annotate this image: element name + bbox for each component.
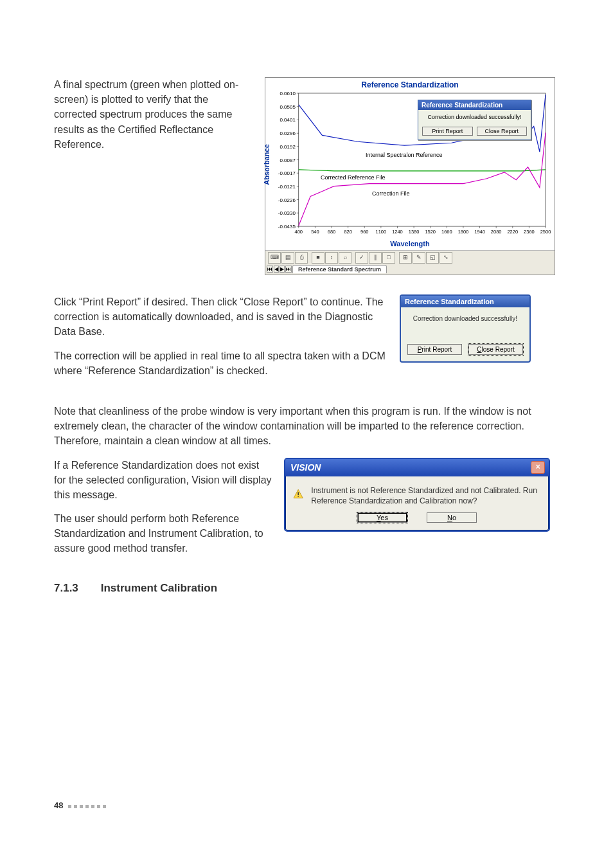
close-report-button[interactable]: Close Report: [468, 344, 523, 355]
dialog-title: Reference Standardization: [418, 100, 531, 110]
svg-text:680: 680: [328, 229, 335, 235]
toolbar-button[interactable]: ⊞: [399, 252, 412, 264]
svg-rect-57: [298, 496, 299, 497]
dialog-message: Correction downloaded successfully!: [401, 307, 529, 344]
page-footer: 48: [54, 800, 109, 810]
toolbar-button[interactable]: ◱: [426, 252, 439, 264]
section-title: Instrument Calibration: [101, 582, 217, 594]
svg-text:820: 820: [344, 229, 351, 235]
close-icon[interactable]: ×: [531, 461, 545, 474]
svg-text:-0.0330: -0.0330: [278, 210, 296, 216]
svg-text:1800: 1800: [458, 229, 469, 235]
toolbar-button[interactable]: □: [382, 252, 395, 264]
toolbar-button[interactable]: ▤: [281, 252, 294, 264]
svg-text:0.0401: 0.0401: [280, 117, 296, 123]
chart-overlay-dialog: Reference Standardization Correction dow…: [418, 100, 531, 140]
svg-text:1520: 1520: [425, 229, 436, 235]
reference-standardization-chart: Reference Standardization Absorbance 0.0…: [265, 77, 555, 275]
chart-title: Reference Standardization: [265, 78, 555, 91]
dialog-title: VISION: [290, 462, 321, 473]
decorative-dots: [68, 800, 109, 810]
svg-text:0.0192: 0.0192: [280, 144, 296, 150]
no-button[interactable]: No: [427, 512, 477, 523]
chart-xlabel: Wavelength: [265, 239, 555, 250]
svg-text:1940: 1940: [474, 229, 485, 235]
print-report-button[interactable]: Print Report: [422, 127, 473, 136]
page-number: 48: [54, 800, 63, 810]
svg-text:400: 400: [295, 229, 303, 235]
svg-text:0.0505: 0.0505: [280, 104, 296, 110]
svg-text:1380: 1380: [409, 229, 420, 235]
dialog-message: Instrument is not Reference Standardized…: [311, 485, 541, 506]
paragraph: Note that cleanliness of the probe windo…: [54, 404, 562, 449]
paragraph: A final spectrum (green when plotted on-…: [54, 77, 253, 152]
svg-text:-0.0435: -0.0435: [278, 224, 296, 230]
chart-annot-internal: Internal Spectralon Reference: [366, 152, 443, 158]
svg-text:-0.0226: -0.0226: [278, 197, 296, 203]
toolbar-button[interactable]: ✎: [413, 252, 425, 264]
toolbar-button[interactable]: ⌨: [268, 252, 281, 264]
paragraph: Click “Print Report” if desired. Then cl…: [54, 294, 388, 339]
toolbar-button[interactable]: ⌕: [339, 252, 351, 264]
toolbar-button[interactable]: ⎙: [295, 252, 308, 264]
svg-text:-0.0017: -0.0017: [278, 170, 296, 176]
tab-nav-button[interactable]: ⏮: [267, 266, 273, 273]
svg-text:2220: 2220: [507, 229, 518, 235]
svg-text:1100: 1100: [376, 229, 387, 235]
svg-text:2500: 2500: [540, 229, 551, 235]
section-number: 7.1.3: [54, 582, 98, 595]
close-report-button[interactable]: Close Report: [477, 127, 528, 136]
svg-text:2360: 2360: [524, 229, 535, 235]
svg-text:1660: 1660: [441, 229, 452, 235]
toolbar-button[interactable]: ‖: [369, 252, 382, 264]
chart-tab[interactable]: Reference Standard Spectrum: [292, 265, 387, 273]
yes-button[interactable]: Yes: [357, 512, 407, 523]
chart-annot-correction: Correction File: [372, 190, 410, 197]
tab-nav-button[interactable]: ⏭: [285, 266, 292, 273]
svg-text:2080: 2080: [491, 229, 502, 235]
chart-toolbar: ⌨▤⎙■↕⌕✓‖□⊞✎◱⤡: [265, 250, 555, 265]
svg-text:960: 960: [360, 229, 368, 235]
dialog-title: Reference Standardization: [401, 296, 529, 307]
svg-text:0.0087: 0.0087: [280, 158, 296, 163]
tab-nav-button[interactable]: ▶: [280, 266, 285, 273]
dialog-message: Correction downloaded successfully!: [418, 110, 531, 127]
svg-text:1240: 1240: [392, 229, 403, 235]
svg-text:0.0610: 0.0610: [280, 91, 296, 96]
chart-annot-corrected: Corrected Reference File: [321, 174, 386, 181]
toolbar-button[interactable]: ✓: [355, 252, 368, 264]
svg-text:540: 540: [311, 229, 319, 235]
section-heading: 7.1.3 Instrument Calibration: [54, 582, 562, 595]
paragraph: The correction will be applied in real t…: [54, 348, 388, 378]
svg-text:0.0296: 0.0296: [280, 131, 296, 136]
svg-rect-56: [298, 492, 299, 495]
toolbar-button[interactable]: ↕: [325, 252, 338, 264]
svg-text:-0.0121: -0.0121: [278, 184, 296, 190]
chart-tab-bar: ⏮◀▶⏭ Reference Standard Spectrum: [265, 265, 555, 275]
vision-warning-dialog: VISION × Instrument is not Reference Sta…: [284, 458, 550, 532]
tab-nav-button[interactable]: ◀: [274, 266, 279, 273]
reference-standardization-dialog: Reference Standardization Correction dow…: [400, 294, 531, 363]
warning-icon: [293, 485, 303, 502]
toolbar-button[interactable]: ⤡: [440, 252, 452, 264]
toolbar-button[interactable]: ■: [312, 252, 324, 264]
paragraph: The user should perform both Reference S…: [54, 511, 272, 556]
paragraph: If a Reference Standardization does not …: [54, 458, 272, 503]
print-report-button[interactable]: Print Report: [407, 344, 462, 355]
